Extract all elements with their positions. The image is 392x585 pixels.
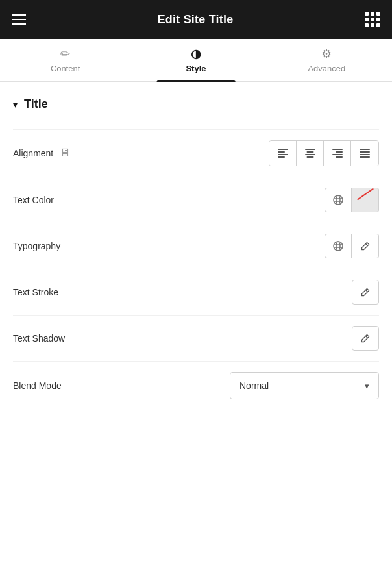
svg-rect-9 [336,151,343,153]
text-shadow-edit-button[interactable] [352,326,379,351]
tab-content-label: Content [51,64,80,73]
blend-mode-label: Blend Mode [13,380,62,391]
svg-rect-2 [278,154,288,155]
section-chevron-icon[interactable]: ▾ [13,99,18,110]
text-color-label: Text Color [13,195,54,205]
main-content: ▾ Title Alignment 🖥 [0,82,392,585]
advanced-icon: ⚙ [321,48,332,60]
text-stroke-edit-button[interactable] [352,280,379,305]
text-stroke-label: Text Stroke [13,287,58,297]
tab-content[interactable]: ✏ Content [0,39,130,81]
tab-style[interactable]: ◑ Style [130,39,261,81]
svg-rect-6 [305,154,315,155]
align-left-icon [278,149,288,158]
content-icon: ✏ [60,48,70,60]
blend-mode-dropdown[interactable]: Normal ▾ [230,372,379,399]
text-shadow-row: Text Shadow [13,315,379,361]
svg-rect-4 [305,149,315,150]
globe-icon [333,195,343,205]
typography-row: Typography [13,223,379,269]
align-center-button[interactable] [297,141,324,166]
svg-point-16 [334,195,343,205]
text-color-row: Text Color [13,177,379,223]
style-icon: ◑ [191,48,201,60]
align-left-button[interactable] [269,141,297,166]
svg-rect-8 [332,149,343,150]
svg-rect-11 [336,156,343,158]
text-color-swatch-button[interactable] [352,188,379,212]
svg-rect-13 [360,151,370,153]
svg-line-24 [365,244,367,246]
header: Edit Site Title [0,0,392,39]
svg-point-20 [334,242,343,251]
alignment-row: Alignment 🖥 [13,129,379,177]
tab-style-label: Style [186,64,206,73]
section-title: Title [24,97,48,111]
svg-point-17 [336,195,340,205]
svg-rect-5 [306,151,313,153]
svg-rect-3 [278,156,285,158]
monitor-icon: 🖥 [60,147,71,160]
svg-rect-15 [360,156,370,158]
typography-label: Typography [13,241,60,251]
pencil-stroke-icon [361,288,370,297]
align-right-button[interactable] [324,141,351,166]
typography-edit-button[interactable] [352,234,379,258]
grid-icon[interactable] [365,12,380,27]
typography-control [325,234,379,258]
svg-rect-10 [332,154,343,155]
blend-mode-row: Blend Mode Normal ▾ [13,361,379,410]
text-shadow-label: Text Shadow [13,333,65,343]
text-color-control [325,188,379,212]
alignment-label: Alignment 🖥 [13,147,71,160]
text-stroke-row: Text Stroke [13,269,379,315]
svg-rect-0 [278,149,288,150]
pencil-shadow-icon [361,334,370,343]
tab-advanced-label: Advanced [308,64,345,73]
svg-rect-7 [306,156,313,158]
text-color-global-button[interactable] [325,188,352,212]
svg-rect-12 [360,149,370,150]
typography-global-button[interactable] [325,234,352,258]
align-justify-icon [360,149,370,158]
tab-advanced[interactable]: ⚙ Advanced [262,39,392,81]
alignment-control [269,140,379,166]
globe-icon [333,241,343,251]
section-header: ▾ Title [13,97,379,111]
align-center-icon [305,149,315,158]
chevron-down-icon: ▾ [365,381,369,391]
svg-rect-1 [278,151,285,153]
svg-rect-14 [360,154,370,155]
hamburger-icon[interactable] [12,14,26,25]
tabs-container: ✏ Content ◑ Style ⚙ Advanced [0,39,392,82]
page-title: Edit Site Title [158,13,234,27]
svg-line-26 [366,336,368,338]
svg-line-25 [366,290,368,292]
blend-mode-value: Normal [239,380,269,391]
align-justify-button[interactable] [351,141,378,166]
pencil-edit-icon [361,242,370,251]
align-right-icon [332,149,343,158]
svg-point-21 [336,242,340,251]
